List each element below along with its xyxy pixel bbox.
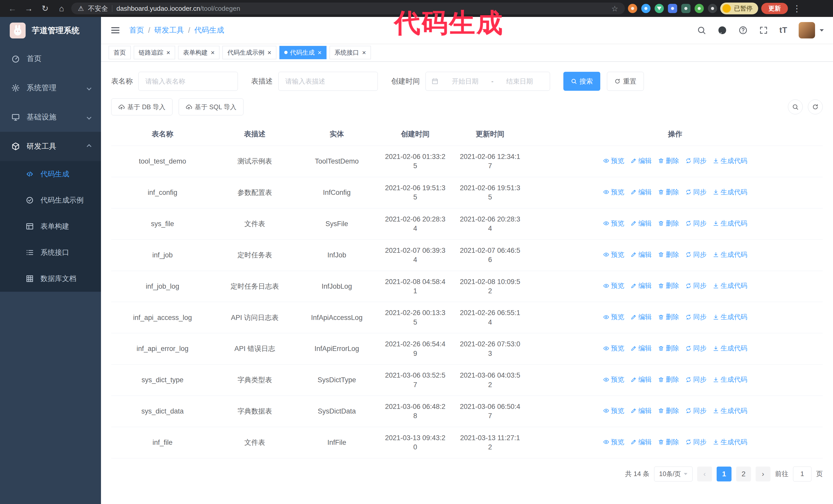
- row-action-delete[interactable]: 删除: [658, 344, 679, 353]
- sidebar-item-codegen[interactable]: 代码生成: [0, 161, 101, 187]
- font-size-icon[interactable]: tT: [780, 26, 787, 35]
- row-action-sync[interactable]: 同步: [685, 250, 707, 259]
- sidebar-item-home[interactable]: 首页: [0, 44, 101, 73]
- close-icon[interactable]: ×: [267, 49, 271, 56]
- breadcrumb-home[interactable]: 首页: [129, 25, 144, 35]
- extensions-puzzle-icon[interactable]: [708, 4, 717, 13]
- bookmark-star-icon[interactable]: ☆: [611, 4, 618, 13]
- row-action-generate[interactable]: 生成代码: [713, 375, 747, 384]
- row-action-delete[interactable]: 删除: [658, 312, 679, 321]
- forward-icon[interactable]: →: [22, 2, 35, 15]
- profile-paused-chip[interactable]: 已暂停: [720, 3, 758, 14]
- help-icon[interactable]: [738, 26, 748, 35]
- extension-icon[interactable]: [628, 4, 637, 13]
- fullscreen-icon[interactable]: [759, 26, 768, 35]
- reset-button[interactable]: 重置: [607, 72, 644, 91]
- row-action-preview[interactable]: 预览: [603, 250, 624, 259]
- sidebar-item-db-docs[interactable]: 数据库文档: [0, 266, 101, 292]
- row-action-generate[interactable]: 生成代码: [713, 281, 747, 290]
- row-action-generate[interactable]: 生成代码: [713, 250, 747, 259]
- row-action-delete[interactable]: 删除: [658, 438, 679, 447]
- row-action-preview[interactable]: 预览: [603, 344, 624, 353]
- date-range-picker[interactable]: 开始日期 - 结束日期: [426, 72, 550, 91]
- row-action-edit[interactable]: 编辑: [630, 157, 652, 165]
- row-action-edit[interactable]: 编辑: [630, 281, 652, 290]
- extension-icon[interactable]: [695, 4, 704, 13]
- vue-devtools-icon[interactable]: [654, 4, 664, 13]
- row-action-delete[interactable]: 删除: [658, 406, 679, 415]
- row-action-generate[interactable]: 生成代码: [713, 219, 747, 228]
- sidebar-item-infra[interactable]: 基础设施: [0, 102, 101, 132]
- row-action-generate[interactable]: 生成代码: [713, 188, 747, 197]
- home-icon[interactable]: ⌂: [55, 2, 68, 15]
- goto-page-input[interactable]: [793, 466, 811, 481]
- row-action-edit[interactable]: 编辑: [630, 375, 652, 384]
- extension-icon[interactable]: [641, 4, 650, 13]
- row-action-edit[interactable]: 编辑: [630, 438, 652, 447]
- close-icon[interactable]: ×: [318, 49, 322, 56]
- back-icon[interactable]: ←: [6, 2, 19, 15]
- tab-codegen[interactable]: 代码生成 ×: [279, 46, 327, 59]
- row-action-edit[interactable]: 编辑: [630, 406, 652, 415]
- row-action-edit[interactable]: 编辑: [630, 219, 652, 228]
- import-sql-button[interactable]: 基于 SQL 导入: [178, 98, 243, 115]
- row-action-delete[interactable]: 删除: [658, 281, 679, 290]
- sidebar-item-devtools[interactable]: 研发工具: [0, 132, 101, 161]
- update-button[interactable]: 更新: [761, 3, 788, 14]
- reload-icon[interactable]: ↻: [39, 2, 52, 15]
- row-action-sync[interactable]: 同步: [685, 157, 707, 165]
- row-action-sync[interactable]: 同步: [685, 281, 707, 290]
- row-action-sync[interactable]: 同步: [685, 344, 707, 353]
- import-db-button[interactable]: 基于 DB 导入: [111, 98, 172, 115]
- row-action-edit[interactable]: 编辑: [630, 188, 652, 197]
- row-action-edit[interactable]: 编辑: [630, 312, 652, 321]
- prev-page-button[interactable]: ‹: [697, 466, 712, 481]
- page-size-select[interactable]: 10条/页: [654, 466, 693, 481]
- tab-home[interactable]: 首页: [109, 46, 131, 59]
- row-action-edit[interactable]: 编辑: [630, 344, 652, 353]
- tab-system-api[interactable]: 系统接口 ×: [330, 46, 371, 59]
- row-action-generate[interactable]: 生成代码: [713, 157, 747, 165]
- github-icon[interactable]: [717, 25, 727, 35]
- row-action-preview[interactable]: 预览: [603, 438, 624, 447]
- row-action-generate[interactable]: 生成代码: [713, 344, 747, 353]
- row-action-preview[interactable]: 预览: [603, 281, 624, 290]
- table-desc-input[interactable]: [278, 72, 378, 91]
- row-action-delete[interactable]: 删除: [658, 188, 679, 197]
- next-page-button[interactable]: ›: [756, 466, 770, 481]
- row-action-generate[interactable]: 生成代码: [713, 312, 747, 321]
- row-action-sync[interactable]: 同步: [685, 375, 707, 384]
- row-action-preview[interactable]: 预览: [603, 375, 624, 384]
- row-action-sync[interactable]: 同步: [685, 219, 707, 228]
- breadcrumb-devtools[interactable]: 研发工具: [154, 25, 184, 35]
- row-action-generate[interactable]: 生成代码: [713, 406, 747, 415]
- close-icon[interactable]: ×: [166, 49, 170, 56]
- row-action-preview[interactable]: 预览: [603, 188, 624, 197]
- user-avatar[interactable]: [799, 22, 815, 39]
- refresh-table-button[interactable]: [808, 99, 823, 114]
- row-action-sync[interactable]: 同步: [685, 406, 707, 415]
- extension-icon[interactable]: [668, 4, 677, 13]
- row-action-preview[interactable]: 预览: [603, 406, 624, 415]
- tab-form-builder[interactable]: 表单构建 ×: [178, 46, 219, 59]
- url-bar[interactable]: ⚠ 不安全 dashboard.yudao.iocoder.cn/tool/co…: [71, 3, 625, 14]
- sidebar-item-codegen-example[interactable]: 代码生成示例: [0, 187, 101, 213]
- row-action-preview[interactable]: 预览: [603, 157, 624, 165]
- extension-icon[interactable]: [681, 4, 690, 13]
- search-button[interactable]: 搜索: [563, 72, 600, 91]
- close-icon[interactable]: ×: [362, 49, 366, 56]
- close-icon[interactable]: ×: [211, 49, 215, 56]
- browser-menu-icon[interactable]: ⋮: [791, 3, 803, 14]
- row-action-delete[interactable]: 删除: [658, 219, 679, 228]
- page-button-2[interactable]: 2: [736, 466, 751, 481]
- row-action-sync[interactable]: 同步: [685, 188, 707, 197]
- row-action-preview[interactable]: 预览: [603, 219, 624, 228]
- row-action-edit[interactable]: 编辑: [630, 250, 652, 259]
- app-logo[interactable]: 芋道管理系统: [0, 17, 101, 44]
- search-icon[interactable]: [697, 26, 706, 35]
- hamburger-icon[interactable]: [110, 25, 120, 35]
- page-button-1[interactable]: 1: [717, 466, 732, 481]
- row-action-sync[interactable]: 同步: [685, 312, 707, 321]
- sidebar-item-form-builder[interactable]: 表单构建: [0, 213, 101, 239]
- row-action-delete[interactable]: 删除: [658, 375, 679, 384]
